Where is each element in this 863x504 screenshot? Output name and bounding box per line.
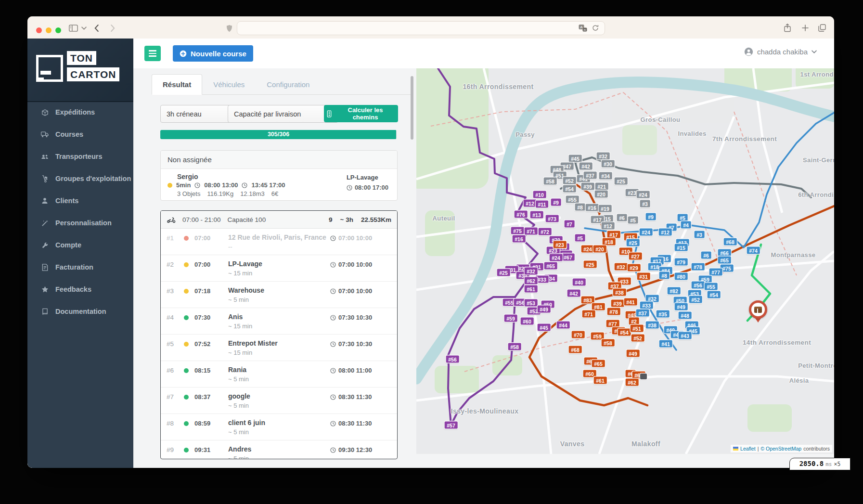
stop-row[interactable]: #5 07:52 Entrepot Mister ~ 15 min 07:30 … <box>161 335 397 361</box>
delivery-marker[interactable]: #24 <box>640 229 653 236</box>
user-menu[interactable]: chadda chakiba <box>744 47 817 56</box>
tab[interactable]: Résultat <box>152 74 202 95</box>
forward-icon[interactable] <box>107 23 118 33</box>
sidebar-toggle-icon[interactable] <box>68 23 78 33</box>
translate-icon[interactable]: A <box>579 24 587 34</box>
delivery-marker[interactable]: #16 <box>513 235 526 243</box>
delivery-marker[interactable]: #78 <box>692 263 705 271</box>
delivery-marker[interactable]: #76 <box>515 211 528 218</box>
delivery-marker[interactable]: #41 <box>659 340 672 348</box>
delivery-marker[interactable]: #32 <box>525 268 538 275</box>
sidebar-item[interactable]: Feedbacks <box>27 278 133 300</box>
delivery-marker[interactable]: #25 <box>497 269 510 276</box>
sidebar-item[interactable]: Groupes d'exploitation <box>27 168 133 190</box>
osm-link[interactable]: © OpenStreetMap <box>760 446 801 452</box>
new-course-button[interactable]: Nouvelle course <box>173 45 253 62</box>
delivery-marker[interactable]: #72 <box>539 228 552 235</box>
delivery-marker[interactable]: #59 <box>504 315 517 322</box>
delivery-marker[interactable]: #54 <box>563 185 576 193</box>
chevron-down-icon[interactable] <box>80 23 87 33</box>
delivery-marker[interactable]: #20 <box>595 191 608 198</box>
delivery-marker[interactable]: #59 <box>591 333 604 340</box>
delivery-marker[interactable]: #13 <box>530 211 543 219</box>
delivery-marker[interactable]: #55 <box>566 196 579 203</box>
delivery-marker[interactable]: #66 <box>718 249 731 257</box>
delivery-marker[interactable]: #41 <box>624 298 637 306</box>
delivery-marker[interactable]: #31 <box>637 273 650 280</box>
unassigned-header[interactable]: Non assignée <box>161 151 397 169</box>
delivery-marker[interactable]: #12 <box>659 229 672 236</box>
tabs-overview-icon[interactable] <box>817 23 827 33</box>
delivery-marker[interactable]: #45 <box>569 155 582 162</box>
delivery-marker[interactable]: #60 <box>583 370 596 377</box>
delivery-marker[interactable]: #71 <box>582 310 595 318</box>
delivery-marker[interactable]: #11 <box>536 201 548 208</box>
delivery-marker[interactable]: #73 <box>546 215 559 222</box>
stop-row[interactable]: #1 07:00 12 Rue de Rivoli, Paris, France… <box>161 229 397 255</box>
delivery-marker[interactable]: #56 <box>692 282 705 289</box>
map[interactable]: 16th Arrondissement Passy Gros-Caillou I… <box>416 68 834 454</box>
delivery-marker[interactable]: #61 <box>525 285 538 293</box>
sidebar-item[interactable]: Facturation <box>27 256 133 278</box>
delivery-marker[interactable]: #65 <box>592 360 605 367</box>
delivery-marker[interactable]: #77 <box>709 269 722 276</box>
delivery-marker[interactable]: #39 <box>611 300 624 307</box>
delivery-marker[interactable]: #52 <box>631 335 644 342</box>
delivery-marker[interactable]: #75 <box>721 265 734 272</box>
delivery-marker[interactable]: #18 <box>603 238 616 246</box>
delivery-marker[interactable]: #65 <box>718 257 731 264</box>
panel-scrollbar[interactable] <box>411 76 413 140</box>
delivery-marker[interactable]: #49 <box>538 306 551 313</box>
delivery-marker[interactable]: #53 <box>525 299 538 307</box>
delivery-marker[interactable]: #43 <box>679 332 692 339</box>
delivery-marker[interactable]: #8 <box>659 272 670 279</box>
delivery-marker[interactable]: #42 <box>580 163 593 170</box>
delivery-marker[interactable]: #20 <box>593 246 606 253</box>
sidebar-item[interactable]: Expéditions <box>27 101 133 123</box>
sidebar-item[interactable]: Transporteurs <box>27 145 133 168</box>
delivery-marker[interactable]: #58 <box>544 178 557 185</box>
delivery-marker[interactable]: #17 <box>607 231 620 238</box>
delivery-marker[interactable]: #81 <box>592 303 605 310</box>
delivery-marker[interactable]: #54 <box>618 329 631 336</box>
delivery-marker[interactable]: #2 <box>629 318 639 325</box>
sidebar-item[interactable]: Compte <box>27 234 133 256</box>
app-logo[interactable]: TON CARTON <box>27 39 133 102</box>
delivery-marker[interactable]: #52 <box>563 177 576 184</box>
delivery-marker[interactable]: #34 <box>599 172 612 180</box>
delivery-marker[interactable]: #12 <box>524 200 537 207</box>
delivery-marker[interactable]: #24 <box>550 254 563 261</box>
tab[interactable]: Véhicules <box>202 74 256 94</box>
delivery-marker[interactable]: #37 <box>636 310 649 317</box>
delivery-marker[interactable]: #8 <box>575 204 585 211</box>
delivery-marker[interactable]: #6 <box>701 252 711 259</box>
sidebar-item[interactable]: Clients <box>27 190 133 212</box>
delivery-marker[interactable]: #51 <box>631 325 644 332</box>
stop-row[interactable]: #6 08:15 Rania ~ 5 min 08:00 11:00 <box>161 361 397 388</box>
delivery-marker[interactable]: #16 <box>586 204 599 211</box>
delivery-marker[interactable]: #3 <box>695 231 705 238</box>
delivery-marker[interactable]: #6 <box>617 214 627 221</box>
delivery-marker[interactable]: #57 <box>445 422 458 429</box>
delivery-marker[interactable]: #32 <box>597 153 610 160</box>
delivery-marker[interactable]: #9 <box>551 199 561 206</box>
delivery-marker[interactable]: #55 <box>705 283 718 290</box>
delivery-marker[interactable]: #12 <box>602 222 615 230</box>
delivery-marker[interactable]: #48 <box>679 312 692 319</box>
stop-row[interactable]: #7 08:37 google ~ 5 min 08:30 11:30 <box>161 388 397 414</box>
delivery-marker[interactable]: #33 <box>640 302 653 309</box>
delivery-marker[interactable]: #67 <box>562 254 575 261</box>
delivery-marker[interactable]: #42 <box>567 290 580 297</box>
delivery-marker[interactable]: #58 <box>508 343 521 350</box>
route-header[interactable]: 07:00 - 21:00 Capacité 100 9 ~ 3h 22.553… <box>161 211 397 229</box>
delivery-marker[interactable]: #5 <box>575 234 585 242</box>
tab[interactable]: Configuration <box>256 74 321 94</box>
delivery-marker[interactable]: #15 <box>675 244 688 251</box>
delivery-marker[interactable]: #21 <box>595 183 608 190</box>
delivery-marker[interactable]: #32 <box>646 295 659 302</box>
delivery-marker[interactable]: #60 <box>521 318 534 325</box>
stop-row[interactable]: #4 07:30 Anis ~ 15 min 07:30 10:30 <box>161 308 397 335</box>
delivery-marker[interactable]: #32 <box>615 263 628 271</box>
delivery-marker[interactable]: #29 <box>628 264 641 271</box>
delivery-marker[interactable]: #10 <box>533 191 546 198</box>
